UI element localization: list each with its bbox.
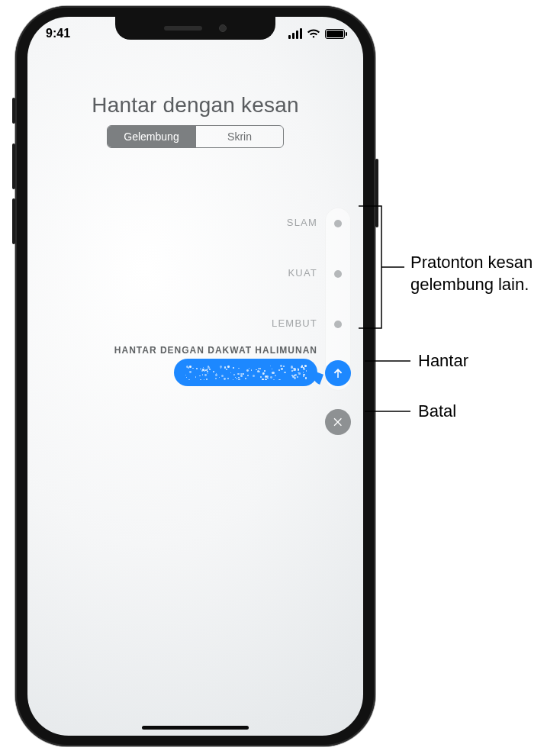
callout-preview: Pratonton kesan gelembung lain. xyxy=(410,252,533,295)
callout-cancel: Batal xyxy=(418,401,456,423)
callout-bracket-icon xyxy=(351,198,412,336)
cellular-icon xyxy=(288,28,302,39)
callout-preview-line1: Pratonton kesan xyxy=(410,253,533,272)
arrow-up-icon xyxy=(331,366,345,380)
effect-rail xyxy=(325,208,351,391)
effect-type-segmented[interactable]: Gelembung Skrin xyxy=(107,125,284,148)
effect-invisible-ink-label: HANTAR DENGAN DAKWAT HALIMUNAN xyxy=(114,345,317,356)
wifi-icon xyxy=(307,28,320,39)
tab-screen[interactable]: Skrin xyxy=(195,126,283,147)
page-title: Hantar dengan kesan xyxy=(27,93,363,118)
status-right xyxy=(288,28,345,39)
tab-bubble[interactable]: Gelembung xyxy=(108,126,195,147)
callout-line-icon xyxy=(365,411,410,412)
close-icon xyxy=(332,416,344,428)
effect-loud-label: KUAT xyxy=(288,267,317,279)
callout-send: Hantar xyxy=(418,350,468,372)
screen: 9:41 Hantar dengan kesan Gelembung Skrin… xyxy=(27,17,363,736)
effect-gentle-dot[interactable] xyxy=(334,321,342,328)
cancel-button[interactable] xyxy=(325,409,351,435)
status-bar: 9:41 xyxy=(27,24,363,43)
phone-frame: 9:41 Hantar dengan kesan Gelembung Skrin… xyxy=(15,6,375,746)
effect-loud-dot[interactable] xyxy=(334,270,342,278)
callout-line-icon xyxy=(365,360,410,362)
effect-slam-label: SLAM xyxy=(287,217,317,228)
mute-switch xyxy=(12,98,15,124)
home-indicator xyxy=(142,726,249,730)
effect-slam-dot[interactable] xyxy=(334,220,342,227)
battery-icon xyxy=(325,29,345,39)
volume-down xyxy=(12,198,15,244)
status-time: 9:41 xyxy=(46,27,70,40)
callout-preview-line2: gelembung lain. xyxy=(410,275,529,294)
invisible-ink-mask xyxy=(185,365,307,380)
figure: 9:41 Hantar dengan kesan Gelembung Skrin… xyxy=(0,0,560,754)
volume-up xyxy=(12,143,15,189)
effect-gentle-label: LEMBUT xyxy=(272,317,317,329)
message-bubble xyxy=(174,359,317,386)
send-button[interactable] xyxy=(325,360,351,386)
